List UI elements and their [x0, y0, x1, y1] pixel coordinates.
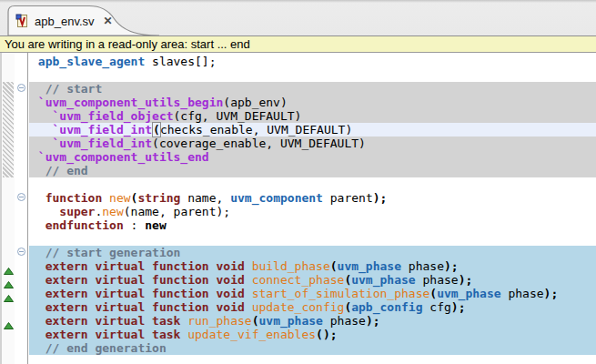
code-line[interactable]: extern virtual function void build_phase… [29, 259, 596, 273]
code-line[interactable] [29, 232, 596, 246]
code-token: // end generation [45, 341, 167, 355]
code-token [31, 218, 45, 232]
code-line[interactable]: super.new(name, parent); [29, 205, 596, 218]
code-token: `uvm_field_int [52, 123, 152, 136]
code-token [31, 287, 45, 300]
code-token: ); [451, 300, 466, 314]
code-token: // end [45, 164, 88, 177]
code-line[interactable]: extern virtual task run_phase(uvm_phase … [29, 314, 596, 328]
code-line[interactable]: extern virtual function void connect_pha… [29, 273, 596, 287]
code-token: // start [45, 82, 103, 96]
folding-ruler[interactable] [15, 53, 28, 364]
code-token: build_phase [245, 259, 330, 273]
code-token: extern virtual task [45, 314, 181, 328]
code-line[interactable]: `uvm_field_int(checks_enable, UVM_DEFAUL… [29, 123, 596, 136]
code-token: new [102, 205, 123, 218]
code-token: uvm_phase [437, 287, 500, 300]
code-token [31, 191, 45, 205]
code-token: update_vif_enables [180, 328, 316, 341]
code-line[interactable]: // end [29, 164, 596, 177]
code-line[interactable] [29, 355, 596, 364]
close-icon[interactable]: ✕ [104, 15, 113, 27]
code-token: checks_enable, UVM_DEFAULT) [160, 123, 352, 136]
code-token: (apb_env) [223, 96, 287, 109]
code-token [31, 164, 45, 177]
code-line[interactable]: extern virtual function void update_conf… [29, 300, 596, 314]
code-token: parent [323, 191, 373, 205]
code-token: phase [401, 259, 444, 273]
code-line[interactable]: `uvm_component_utils_begin(apb_env) [29, 96, 596, 109]
collapse-icon[interactable] [17, 84, 25, 92]
code-line[interactable]: // start [29, 82, 596, 96]
overridden-method-marker-icon[interactable] [4, 276, 14, 283]
code-token [31, 109, 52, 123]
annotation-ruler[interactable] [0, 53, 15, 364]
code-line[interactable]: `uvm_field_object(cfg, UVM_DEFAULT) [29, 109, 596, 123]
code-token: update_config [245, 300, 345, 314]
code-token: apb_slave_agent [38, 55, 145, 68]
code-token [31, 123, 52, 136]
code-token: phase [501, 287, 544, 300]
code-token: (cfg, UVM_DEFAULT) [174, 109, 302, 123]
code-token: ); [544, 287, 559, 300]
code-token: // start generation [45, 246, 181, 259]
readonly-warning-banner: You are writing in a read-only area: sta… [0, 36, 596, 53]
code-token: `uvm_field_object [52, 109, 173, 123]
code-token: (coverage_enable, UVM_DEFAULT) [152, 136, 366, 150]
code-token: uvm_component [230, 191, 323, 205]
collapse-icon[interactable] [17, 248, 25, 256]
code-token: endfunction [45, 218, 124, 232]
code-token: ( [330, 259, 338, 273]
code-line[interactable]: endfunction : new [29, 218, 596, 232]
code-line[interactable]: // end generation [29, 341, 596, 355]
read-only-region-marker [3, 82, 14, 177]
code-token: uvm_phase [338, 259, 401, 273]
code-token: extern virtual function void [45, 273, 245, 287]
code-token: `uvm_component_utils_end [38, 150, 209, 164]
overridden-method-marker-icon[interactable] [4, 262, 14, 269]
code-token: new [102, 191, 130, 205]
code-line[interactable]: `uvm_field_int(coverage_enable, UVM_DEFA… [29, 136, 596, 150]
code-token: (name, parent); [124, 205, 230, 218]
code-token: : [124, 218, 145, 232]
code-token [31, 136, 52, 150]
tab-title: apb_env.sv [35, 15, 95, 28]
code-token: `uvm_field_int [52, 136, 152, 150]
code-token [31, 273, 45, 287]
code-token: ( [429, 287, 437, 300]
code-line[interactable]: apb_slave_agent slaves[]; [29, 55, 596, 68]
code-line[interactable] [29, 177, 596, 191]
editor: apb_slave_agent slaves[]; // start `uvm_… [0, 53, 596, 364]
collapse-icon[interactable] [17, 193, 25, 201]
code-token [31, 246, 45, 259]
code-line[interactable] [29, 68, 596, 82]
code-line[interactable]: // start generation [29, 246, 596, 259]
overridden-method-marker-icon[interactable] [4, 289, 14, 297]
overridden-method-marker-icon[interactable] [4, 317, 14, 324]
tab-content[interactable]: apb_env.sv ✕ [15, 12, 113, 30]
code-token [31, 341, 45, 355]
code-token [31, 96, 38, 109]
code-token [31, 259, 45, 273]
code-line[interactable]: extern virtual function void start_of_si… [29, 287, 596, 300]
code-token: new [145, 218, 166, 232]
code-token: connect_phase [245, 273, 345, 287]
code-token: uvm_phase [258, 314, 322, 328]
code-token: ); [366, 314, 380, 328]
code-token: extern virtual function void [45, 300, 245, 314]
code-line[interactable]: `uvm_component_utils_end [29, 150, 596, 164]
code-token: name, [180, 191, 230, 205]
code-token: ); [373, 191, 388, 205]
code-token: string [137, 191, 180, 205]
code-token: start_of_simulation_phase [245, 287, 430, 300]
code-token: apb_config [351, 300, 422, 314]
code-token: extern virtual function void [45, 259, 245, 273]
code-token [31, 205, 59, 218]
code-token: `uvm_component_utils_begin [38, 96, 224, 109]
code-token: phase [323, 314, 366, 328]
code-area[interactable]: apb_slave_agent slaves[]; // start `uvm_… [29, 53, 596, 364]
editor-tab-bar: apb_env.sv ✕ [0, 0, 596, 36]
code-line[interactable]: extern virtual task update_vif_enables()… [29, 328, 596, 341]
code-line[interactable]: function new(string name, uvm_component … [29, 191, 596, 205]
code-token [31, 300, 45, 314]
